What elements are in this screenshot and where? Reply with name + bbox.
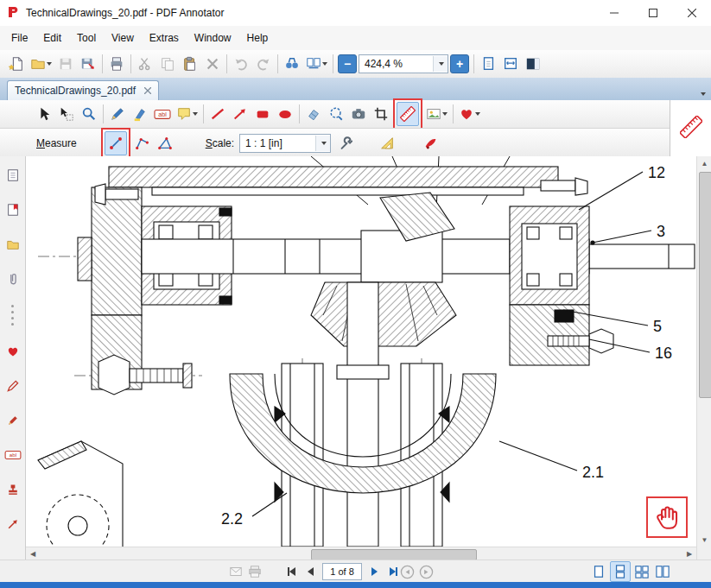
find-button[interactable] xyxy=(282,53,302,75)
image-tool-button[interactable] xyxy=(424,103,449,125)
scroll-left-arrow[interactable]: ◀ xyxy=(26,550,40,558)
save-as-button[interactable] xyxy=(78,53,98,75)
scale-dropdown-button[interactable] xyxy=(315,136,330,151)
measure-distance-tool-button[interactable] xyxy=(105,131,127,155)
zoom-dropdown-button[interactable] xyxy=(433,56,448,72)
menu-view[interactable]: View xyxy=(104,26,142,50)
page-number-box[interactable]: 1 of 8 xyxy=(322,563,362,580)
favorites-heart-button[interactable] xyxy=(3,341,23,362)
tab-list-dropdown-icon[interactable] xyxy=(701,92,706,96)
zoom-combobox[interactable]: 424,4 % xyxy=(359,54,448,73)
toolbar-separator xyxy=(103,104,104,123)
pen-tool-button[interactable] xyxy=(107,103,128,125)
open-file-button[interactable] xyxy=(29,53,54,75)
protractor-button[interactable] xyxy=(377,132,397,155)
marker-tool-button[interactable] xyxy=(130,103,150,125)
document-canvas[interactable]: 12 3 5 16 2.1 2.2 xyxy=(26,156,696,547)
tab-close-icon[interactable] xyxy=(144,87,151,94)
sidebar-arrow-tool-button[interactable] xyxy=(3,514,23,534)
reading-layout-button[interactable] xyxy=(523,53,543,75)
email-document-icon[interactable] xyxy=(227,563,244,580)
single-page-view-button[interactable] xyxy=(589,562,608,581)
scroll-right-arrow[interactable]: ▶ xyxy=(682,547,696,560)
measure-area-tool-button[interactable] xyxy=(155,132,175,155)
crop-tool-button[interactable] xyxy=(371,103,391,125)
history-back-button[interactable] xyxy=(398,563,416,580)
goto-dropdown-icon[interactable] xyxy=(322,62,327,66)
new-document-button[interactable] xyxy=(6,53,27,75)
scale-combobox[interactable]: 1 : 1 [in] xyxy=(239,134,331,153)
print-document-icon[interactable] xyxy=(246,563,263,580)
attachments-paperclip-button[interactable] xyxy=(3,269,23,289)
horizontal-scrollbar[interactable]: ◀ ▶ xyxy=(26,547,696,560)
zoom-out-button[interactable]: − xyxy=(338,54,357,73)
ruler-icon[interactable] xyxy=(680,116,702,141)
note-tool-button[interactable] xyxy=(175,103,200,125)
scroll-up-arrow[interactable]: ▲ xyxy=(697,156,711,170)
sidebar-stamp-tool-button[interactable] xyxy=(3,479,23,500)
pointer-tool-button[interactable] xyxy=(34,103,54,125)
sidebar-pen-tool-button[interactable] xyxy=(3,376,23,396)
continuous-view-button[interactable] xyxy=(610,561,631,582)
menu-edit[interactable]: Edit xyxy=(35,26,69,50)
image-dropdown-icon[interactable] xyxy=(442,112,448,116)
minimize-button[interactable] xyxy=(594,0,633,26)
eraser-tool-button[interactable] xyxy=(303,103,324,125)
rectangle-tool-button[interactable] xyxy=(252,103,273,125)
vertical-scroll-thumb[interactable] xyxy=(699,172,711,398)
paste-button[interactable] xyxy=(180,53,200,75)
goto-page-button[interactable] xyxy=(304,53,329,75)
menu-file[interactable]: File xyxy=(3,26,35,50)
measure-tool-button[interactable] xyxy=(397,102,419,126)
menu-extras[interactable]: Extras xyxy=(142,26,187,50)
save-button[interactable] xyxy=(55,53,76,75)
measure-distance-highlight-box xyxy=(101,128,130,159)
app-logo-icon xyxy=(7,5,21,22)
page-thumbnails-panel-button[interactable] xyxy=(3,165,23,186)
print-button[interactable] xyxy=(106,53,127,75)
cut-button[interactable] xyxy=(135,53,156,75)
fit-page-button[interactable] xyxy=(478,53,498,75)
bookmarks-panel-button[interactable] xyxy=(3,199,23,220)
previous-page-button[interactable] xyxy=(302,563,319,580)
vertical-scrollbar[interactable]: ▲ ▼ xyxy=(696,156,711,560)
facing-pages-view-button[interactable] xyxy=(632,562,651,581)
tab-active-document[interactable]: TechnicalDrawings_20.pdf xyxy=(7,80,159,100)
history-forward-button[interactable] xyxy=(417,563,435,580)
copy-button[interactable] xyxy=(157,53,178,75)
favorites-tool-button[interactable] xyxy=(457,103,482,125)
snapshot-camera-button[interactable] xyxy=(348,103,369,125)
menu-help[interactable]: Help xyxy=(239,26,276,50)
continuous-facing-view-button[interactable] xyxy=(653,562,672,581)
select-annotations-tool-button[interactable] xyxy=(56,103,77,125)
note-dropdown-icon[interactable] xyxy=(193,112,198,116)
scroll-down-arrow[interactable]: ▼ xyxy=(697,533,711,547)
zoom-in-button[interactable]: + xyxy=(450,54,469,73)
undo-button[interactable] xyxy=(231,53,251,75)
open-dropdown-icon[interactable] xyxy=(47,62,52,66)
text-tool-button[interactable]: abl xyxy=(152,103,173,125)
favorites-dropdown-icon[interactable] xyxy=(475,112,480,116)
fit-width-button[interactable] xyxy=(500,53,521,75)
first-page-button[interactable] xyxy=(282,563,300,580)
lasso-tool-button[interactable] xyxy=(326,103,346,125)
close-button[interactable] xyxy=(672,0,711,26)
next-page-button[interactable] xyxy=(365,563,383,580)
annotations-panel-button[interactable] xyxy=(3,234,23,255)
pan-hand-indicator[interactable] xyxy=(646,496,688,538)
toolbar-separator xyxy=(130,54,131,73)
style-tool-button[interactable] xyxy=(421,132,441,155)
sidebar-text-tool-button[interactable]: abl xyxy=(3,445,23,465)
delete-button[interactable] xyxy=(202,53,223,75)
redo-button[interactable] xyxy=(253,53,274,75)
zoom-tool-button[interactable] xyxy=(79,103,99,125)
arrow-tool-button[interactable] xyxy=(230,103,251,125)
maximize-button[interactable] xyxy=(633,0,672,26)
menu-tool[interactable]: Tool xyxy=(69,26,104,50)
sidebar-pencil-tool-button[interactable] xyxy=(3,410,23,431)
measure-perimeter-tool-button[interactable] xyxy=(132,132,153,155)
ellipse-tool-button[interactable] xyxy=(275,103,295,125)
line-tool-button[interactable] xyxy=(207,103,228,125)
menu-window[interactable]: Window xyxy=(187,26,239,50)
measure-settings-wrench-button[interactable] xyxy=(336,132,357,155)
